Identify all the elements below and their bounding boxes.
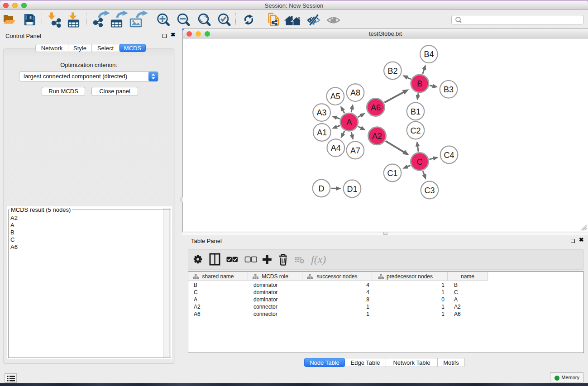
svg-text:C: C xyxy=(417,157,423,167)
svg-text:A3: A3 xyxy=(317,108,327,117)
svg-text:C1: C1 xyxy=(387,169,397,178)
svg-text:C2: C2 xyxy=(410,126,421,135)
svg-text:B3: B3 xyxy=(444,85,454,94)
svg-text:B1: B1 xyxy=(411,107,421,116)
svg-text:D: D xyxy=(319,184,325,193)
svg-text:A: A xyxy=(346,118,352,127)
svg-text:B2: B2 xyxy=(387,67,397,76)
svg-text:B4: B4 xyxy=(424,50,434,59)
svg-text:A2: A2 xyxy=(372,132,382,141)
svg-text:f(x): f(x) xyxy=(311,253,326,265)
svg-text:A7: A7 xyxy=(350,146,360,155)
svg-text:A8: A8 xyxy=(350,88,360,97)
svg-text:A5: A5 xyxy=(330,92,340,101)
svg-text:C4: C4 xyxy=(444,151,454,160)
svg-text:A1: A1 xyxy=(317,128,327,137)
svg-text:A4: A4 xyxy=(331,143,341,152)
svg-text:C3: C3 xyxy=(424,186,435,195)
svg-text:D1: D1 xyxy=(347,185,357,194)
svg-text:B: B xyxy=(417,79,422,88)
svg-text:A6: A6 xyxy=(371,103,381,112)
